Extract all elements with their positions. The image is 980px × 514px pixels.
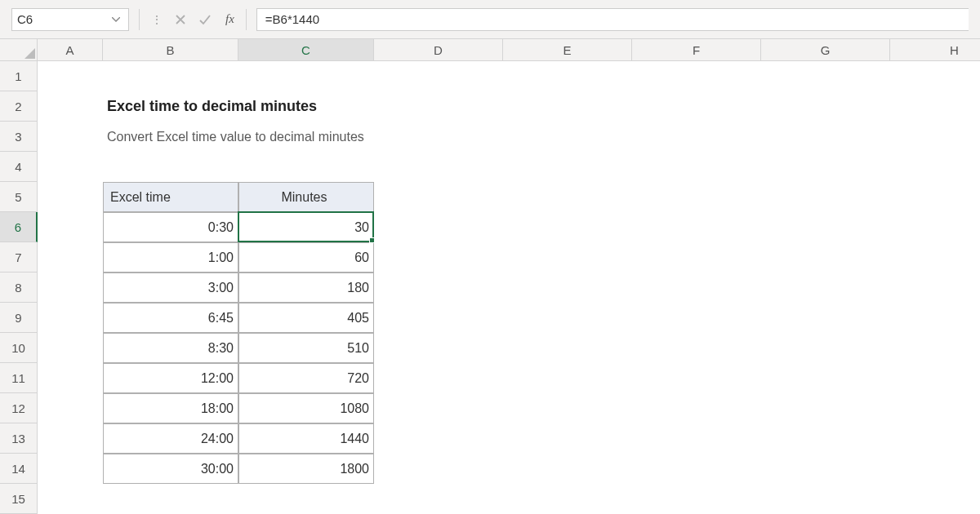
- row-header-7[interactable]: 7: [0, 242, 38, 273]
- cell-time-8[interactable]: 3:00: [103, 273, 238, 303]
- name-box[interactable]: C6: [11, 8, 129, 31]
- cell-time-9[interactable]: 6:45: [103, 303, 238, 333]
- divider: [139, 9, 140, 30]
- column-header-g[interactable]: G: [761, 39, 890, 61]
- column-header-e[interactable]: E: [503, 39, 632, 61]
- row-header-3[interactable]: 3: [0, 122, 38, 152]
- cell-minutes-13[interactable]: 1440: [238, 423, 374, 454]
- cell-minutes-7[interactable]: 60: [238, 242, 374, 273]
- row-header-12[interactable]: 12: [0, 393, 38, 423]
- name-box-value: C6: [17, 12, 109, 26]
- cell-minutes-10[interactable]: 510: [238, 333, 374, 363]
- row-header-15[interactable]: 15: [0, 484, 38, 514]
- cell-time-12[interactable]: 18:00: [103, 393, 238, 423]
- table-header-time[interactable]: Excel time: [103, 182, 238, 212]
- row-header-2[interactable]: 2: [0, 91, 38, 122]
- cell-minutes-12[interactable]: 1080: [238, 393, 374, 423]
- chevron-down-icon[interactable]: [109, 17, 123, 22]
- divider: [246, 9, 247, 30]
- row-header-1[interactable]: 1: [0, 61, 38, 91]
- column-header-d[interactable]: D: [374, 39, 503, 61]
- row-header-14[interactable]: 14: [0, 454, 38, 484]
- spreadsheet-grid[interactable]: ABCDEFGH 123456789101112131415 Excel tim…: [0, 39, 980, 514]
- formula-value: =B6*1440: [265, 12, 319, 26]
- cell-minutes-11[interactable]: 720: [238, 363, 374, 393]
- column-headers: ABCDEFGH: [38, 39, 980, 61]
- page-title[interactable]: Excel time to decimal minutes: [103, 91, 593, 122]
- fx-icon[interactable]: fx: [217, 12, 243, 26]
- cell-time-13[interactable]: 24:00: [103, 423, 238, 454]
- drag-dots-icon: ⋮: [146, 13, 168, 26]
- cell-time-10[interactable]: 8:30: [103, 333, 238, 363]
- row-header-5[interactable]: 5: [0, 182, 38, 212]
- formula-input[interactable]: =B6*1440: [256, 8, 969, 31]
- row-header-11[interactable]: 11: [0, 363, 38, 393]
- column-header-a[interactable]: A: [38, 39, 103, 61]
- cell-minutes-14[interactable]: 1800: [238, 454, 374, 484]
- column-header-b[interactable]: B: [103, 39, 238, 61]
- row-header-9[interactable]: 9: [0, 303, 38, 333]
- cell-time-6[interactable]: 0:30: [103, 212, 238, 242]
- formula-bar: C6 ⋮ fx =B6*1440: [0, 0, 980, 39]
- cell-time-14[interactable]: 30:00: [103, 454, 238, 484]
- column-header-c[interactable]: C: [238, 39, 374, 61]
- row-header-10[interactable]: 10: [0, 333, 38, 363]
- row-header-13[interactable]: 13: [0, 423, 38, 454]
- row-header-8[interactable]: 8: [0, 273, 38, 303]
- row-header-4[interactable]: 4: [0, 152, 38, 182]
- column-header-h[interactable]: H: [890, 39, 980, 61]
- cell-minutes-9[interactable]: 405: [238, 303, 374, 333]
- cell-time-7[interactable]: 1:00: [103, 242, 238, 273]
- cell-minutes-6[interactable]: 30: [238, 212, 374, 242]
- column-header-f[interactable]: F: [632, 39, 761, 61]
- enter-icon[interactable]: [193, 8, 217, 31]
- select-all-corner[interactable]: [0, 39, 38, 61]
- table-header-minutes[interactable]: Minutes: [238, 182, 374, 212]
- row-headers: 123456789101112131415: [0, 61, 38, 514]
- cell-minutes-8[interactable]: 180: [238, 273, 374, 303]
- row-header-6[interactable]: 6: [0, 212, 38, 242]
- page-subtitle[interactable]: Convert Excel time value to decimal minu…: [103, 122, 593, 152]
- cancel-icon[interactable]: [168, 8, 193, 31]
- cell-time-11[interactable]: 12:00: [103, 363, 238, 393]
